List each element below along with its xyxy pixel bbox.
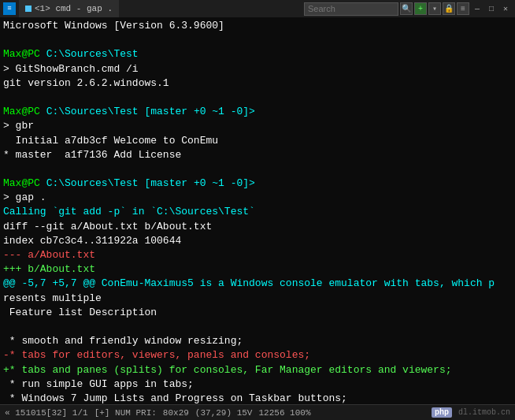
- term-line-16: index cb7c3c4..311922a 100644: [3, 234, 512, 248]
- app-icon-area: ≡: [3, 2, 16, 15]
- toolbar-right: 🔍 + ▾ 🔒 ≡ — □ ✕: [122, 2, 512, 16]
- statusbar: « 151015[32] 1/1 [+] NUM PRI: 80x29 (37,…: [0, 404, 515, 420]
- titlebar: ≡ <1> cmd - gap . 🔍 + ▾ 🔒 ≡ — □ ✕: [0, 0, 515, 17]
- term-line-6: [3, 91, 512, 105]
- term-line-3: Max@PC C:\Sources\Test: [3, 47, 512, 61]
- status-cursor: (37,29) 15V: [195, 408, 253, 418]
- prompt-user-3: Max@PC: [3, 48, 40, 60]
- search-input[interactable]: [304, 2, 398, 16]
- prompt-user-7: Max@PC: [3, 106, 40, 117]
- term-line-17: --- a/About.txt: [3, 248, 512, 262]
- php-badge: php: [432, 407, 452, 418]
- split-button[interactable]: ▾: [428, 2, 441, 15]
- tab-label: <1> cmd - gap .: [35, 4, 113, 13]
- prompt-path-12: C:\Sources\Test: [46, 177, 139, 189]
- term-line-2: [3, 33, 512, 47]
- close-button[interactable]: ✕: [499, 2, 512, 15]
- term-line-24: -* tabs for editors, viewers, panels and…: [3, 348, 512, 362]
- lock-icon[interactable]: 🔒: [443, 2, 455, 15]
- term-line-4: > GitShowBranch.cmd /i: [3, 62, 512, 76]
- term-line-26: * run simple GUI apps in tabs;: [3, 377, 512, 392]
- status-mode: [+] NUM PRI:: [94, 408, 157, 418]
- term-line-8: > gbr: [3, 119, 512, 133]
- settings-icon[interactable]: ≡: [457, 2, 469, 15]
- status-size: 80x29: [163, 408, 189, 418]
- term-line-20: resents multiple: [3, 292, 512, 306]
- term-line-13: > gap .: [3, 191, 512, 205]
- term-line-18: +++ b/About.txt: [3, 262, 512, 277]
- term-line-5: git version 2.6.2.windows.1: [3, 76, 512, 91]
- prompt-user-12: Max@PC: [3, 177, 40, 189]
- terminal-output[interactable]: Microsoft Windows [Version 6.3.9600] Max…: [0, 17, 515, 404]
- term-line-12: Max@PC C:\Sources\Test [master +0 ~1 -0]…: [3, 177, 512, 191]
- minimize-button[interactable]: —: [471, 2, 484, 15]
- prompt-branch-12: [master +0 ~1 -0]>: [144, 177, 254, 189]
- prompt-branch-7: [master +0 ~1 -0]>: [144, 106, 254, 117]
- term-line-21: Feature list Description: [3, 306, 512, 320]
- term-line-15: diff --git a/About.txt b/About.txt: [3, 220, 512, 234]
- term-line-27: * Windows 7 Jump Lists and Progress on T…: [3, 392, 512, 404]
- term-line-9: Initial a7db3cf Welcome to ConEmu: [3, 134, 512, 148]
- prompt-path-3: C:\Sources\Test: [46, 48, 139, 60]
- watermark: dl.itmob.cn: [458, 408, 510, 417]
- term-line-11: [3, 162, 512, 177]
- term-line-7: Max@PC C:\Sources\Test [master +0 ~1 -0]…: [3, 105, 512, 119]
- status-position: « 151015[32] 1/1: [5, 408, 88, 418]
- term-line-1: Microsoft Windows [Version 6.3.9600]: [3, 19, 512, 33]
- maximize-button[interactable]: □: [485, 2, 498, 15]
- tab-indicator: [25, 6, 31, 12]
- app-icon-text: ≡: [7, 5, 11, 13]
- app-icon: ≡: [3, 2, 16, 15]
- term-line-25: +* tabs and panes (splits) for consoles,…: [3, 363, 512, 377]
- active-tab[interactable]: <1> cmd - gap .: [19, 0, 119, 17]
- term-line-22: [3, 320, 512, 334]
- status-chars: 12256 100%: [258, 408, 310, 418]
- term-line-14: Calling `git add -p` in `C:\Sources\Test…: [3, 205, 512, 219]
- search-icon[interactable]: 🔍: [400, 2, 413, 15]
- prompt-path-7: C:\Sources\Test: [46, 106, 139, 117]
- term-line-23: * smooth and friendly window resizing;: [3, 334, 512, 348]
- term-line-19: @@ -5,7 +5,7 @@ ConEmu-Maximus5 is a Win…: [3, 277, 512, 291]
- term-line-10: * master a1f7136 Add License: [3, 148, 512, 162]
- add-tab-button[interactable]: +: [414, 2, 427, 15]
